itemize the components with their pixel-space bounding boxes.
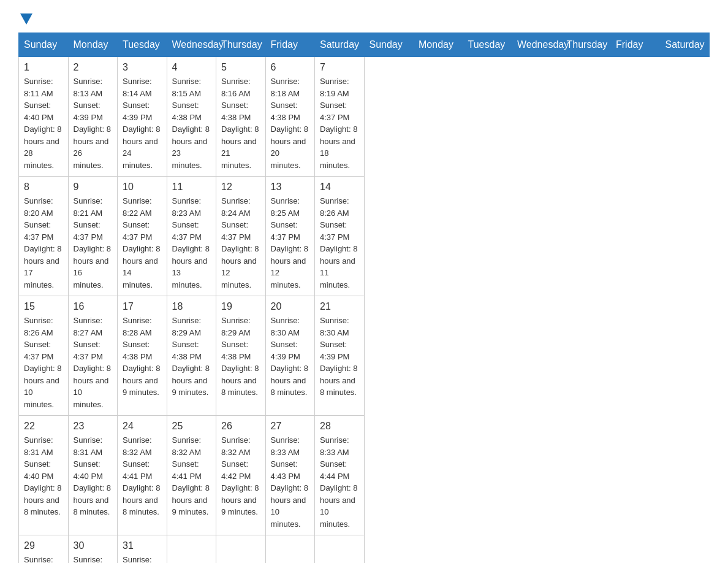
calendar-week-row: 8 Sunrise: 8:20 AMSunset: 4:37 PMDayligh… xyxy=(19,177,710,296)
day-info: Sunrise: 8:29 AMSunset: 4:38 PMDaylight:… xyxy=(221,315,260,399)
calendar-cell: 14 Sunrise: 8:26 AMSunset: 4:37 PMDaylig… xyxy=(315,177,365,296)
logo-triangle-icon xyxy=(20,13,32,25)
day-info: Sunrise: 8:15 AMSunset: 4:38 PMDaylight:… xyxy=(172,75,211,171)
day-number: 25 xyxy=(172,421,211,432)
day-number: 19 xyxy=(221,301,260,312)
day-number: 5 xyxy=(221,62,260,73)
calendar-cell xyxy=(315,535,365,564)
column-header-friday: Friday xyxy=(611,33,661,57)
day-info: Sunrise: 8:29 AMSunset: 4:38 PMDaylight:… xyxy=(172,315,211,399)
column-header-sunday: Sunday xyxy=(19,33,69,57)
calendar-cell: 4 Sunrise: 8:15 AMSunset: 4:38 PMDayligh… xyxy=(167,57,216,177)
calendar-cell: 26 Sunrise: 8:32 AMSunset: 4:42 PMDaylig… xyxy=(216,416,266,535)
calendar-cell: 21 Sunrise: 8:30 AMSunset: 4:39 PMDaylig… xyxy=(315,296,365,416)
day-number: 31 xyxy=(123,540,162,551)
day-number: 21 xyxy=(320,301,359,312)
day-info: Sunrise: 8:22 AMSunset: 4:37 PMDaylight:… xyxy=(123,195,162,291)
day-info: Sunrise: 8:24 AMSunset: 4:37 PMDaylight:… xyxy=(221,195,260,291)
day-info: Sunrise: 8:31 AMSunset: 4:40 PMDaylight:… xyxy=(74,434,113,518)
column-header-monday: Monday xyxy=(68,33,118,57)
day-info: Sunrise: 8:13 AMSunset: 4:39 PMDaylight:… xyxy=(74,75,113,171)
day-info: Sunrise: 8:32 AMSunset: 4:42 PMDaylight:… xyxy=(221,434,260,518)
day-number: 9 xyxy=(74,182,113,193)
calendar-week-row: 15 Sunrise: 8:26 AMSunset: 4:37 PMDaylig… xyxy=(19,296,710,416)
calendar-cell xyxy=(216,535,266,564)
day-info: Sunrise: 8:33 AMSunset: 4:45 PMDaylight:… xyxy=(74,554,113,563)
day-number: 28 xyxy=(320,421,359,432)
calendar-cell: 18 Sunrise: 8:29 AMSunset: 4:38 PMDaylig… xyxy=(167,296,216,416)
day-number: 16 xyxy=(74,301,113,312)
page-header xyxy=(18,12,710,20)
calendar-cell xyxy=(265,535,315,564)
calendar-week-row: 22 Sunrise: 8:31 AMSunset: 4:40 PMDaylig… xyxy=(19,416,710,535)
calendar-cell: 5 Sunrise: 8:16 AMSunset: 4:38 PMDayligh… xyxy=(216,57,266,177)
day-number: 4 xyxy=(172,62,211,73)
day-info: Sunrise: 8:25 AMSunset: 4:37 PMDaylight:… xyxy=(271,195,310,291)
day-number: 15 xyxy=(24,301,63,312)
logo xyxy=(18,12,34,20)
column-header-wednesday: Wednesday xyxy=(167,33,216,57)
day-info: Sunrise: 8:28 AMSunset: 4:38 PMDaylight:… xyxy=(123,315,162,399)
day-number: 27 xyxy=(271,421,310,432)
day-info: Sunrise: 8:19 AMSunset: 4:37 PMDaylight:… xyxy=(320,75,359,171)
column-header-monday: Monday xyxy=(414,33,463,57)
calendar-cell: 12 Sunrise: 8:24 AMSunset: 4:37 PMDaylig… xyxy=(216,177,266,296)
day-number: 24 xyxy=(123,421,162,432)
column-header-friday: Friday xyxy=(265,33,315,57)
day-number: 18 xyxy=(172,301,211,312)
day-info: Sunrise: 8:18 AMSunset: 4:38 PMDaylight:… xyxy=(271,75,310,171)
column-header-sunday: Sunday xyxy=(364,33,414,57)
calendar-cell: 27 Sunrise: 8:33 AMSunset: 4:43 PMDaylig… xyxy=(265,416,315,535)
calendar-cell: 1 Sunrise: 8:11 AMSunset: 4:40 PMDayligh… xyxy=(19,57,69,177)
day-number: 20 xyxy=(271,301,310,312)
day-number: 10 xyxy=(123,182,162,193)
day-info: Sunrise: 8:33 AMSunset: 4:44 PMDaylight:… xyxy=(320,434,359,530)
calendar-table: SundayMondayTuesdayWednesdayThursdayFrid… xyxy=(18,33,710,563)
day-number: 11 xyxy=(172,182,211,193)
day-info: Sunrise: 8:11 AMSunset: 4:40 PMDaylight:… xyxy=(24,75,63,171)
column-header-saturday: Saturday xyxy=(315,33,365,57)
day-number: 12 xyxy=(221,182,260,193)
day-number: 2 xyxy=(74,62,113,73)
calendar-cell: 30 Sunrise: 8:33 AMSunset: 4:45 PMDaylig… xyxy=(68,535,118,564)
calendar-cell: 16 Sunrise: 8:27 AMSunset: 4:37 PMDaylig… xyxy=(68,296,118,416)
day-info: Sunrise: 8:32 AMSunset: 4:41 PMDaylight:… xyxy=(172,434,211,518)
calendar-cell: 29 Sunrise: 8:33 AMSunset: 4:44 PMDaylig… xyxy=(19,535,69,564)
day-number: 29 xyxy=(24,540,63,551)
calendar-week-row: 1 Sunrise: 8:11 AMSunset: 4:40 PMDayligh… xyxy=(19,57,710,177)
day-info: Sunrise: 8:33 AMSunset: 4:43 PMDaylight:… xyxy=(271,434,310,530)
calendar-cell: 23 Sunrise: 8:31 AMSunset: 4:40 PMDaylig… xyxy=(68,416,118,535)
day-number: 8 xyxy=(24,182,63,193)
calendar-cell: 6 Sunrise: 8:18 AMSunset: 4:38 PMDayligh… xyxy=(265,57,315,177)
calendar-cell xyxy=(167,535,216,564)
column-header-thursday: Thursday xyxy=(561,33,611,57)
day-info: Sunrise: 8:33 AMSunset: 4:46 PMDaylight:… xyxy=(123,554,162,563)
day-number: 13 xyxy=(271,182,310,193)
calendar-cell: 2 Sunrise: 8:13 AMSunset: 4:39 PMDayligh… xyxy=(68,57,118,177)
calendar-cell: 8 Sunrise: 8:20 AMSunset: 4:37 PMDayligh… xyxy=(19,177,69,296)
day-number: 26 xyxy=(221,421,260,432)
column-header-tuesday: Tuesday xyxy=(118,33,167,57)
day-number: 30 xyxy=(74,540,113,551)
calendar-cell: 31 Sunrise: 8:33 AMSunset: 4:46 PMDaylig… xyxy=(118,535,167,564)
calendar-cell: 13 Sunrise: 8:25 AMSunset: 4:37 PMDaylig… xyxy=(265,177,315,296)
day-number: 14 xyxy=(320,182,359,193)
day-info: Sunrise: 8:14 AMSunset: 4:39 PMDaylight:… xyxy=(123,75,162,171)
day-number: 17 xyxy=(123,301,162,312)
calendar-cell: 19 Sunrise: 8:29 AMSunset: 4:38 PMDaylig… xyxy=(216,296,266,416)
day-number: 7 xyxy=(320,62,359,73)
day-info: Sunrise: 8:30 AMSunset: 4:39 PMDaylight:… xyxy=(271,315,310,399)
day-number: 22 xyxy=(24,421,63,432)
day-info: Sunrise: 8:27 AMSunset: 4:37 PMDaylight:… xyxy=(74,315,113,410)
calendar-cell: 9 Sunrise: 8:21 AMSunset: 4:37 PMDayligh… xyxy=(68,177,118,296)
calendar-cell: 10 Sunrise: 8:22 AMSunset: 4:37 PMDaylig… xyxy=(118,177,167,296)
day-info: Sunrise: 8:26 AMSunset: 4:37 PMDaylight:… xyxy=(24,315,63,410)
day-number: 23 xyxy=(74,421,113,432)
calendar-cell: 25 Sunrise: 8:32 AMSunset: 4:41 PMDaylig… xyxy=(167,416,216,535)
column-header-tuesday: Tuesday xyxy=(463,33,512,57)
column-header-thursday: Thursday xyxy=(216,33,266,57)
day-info: Sunrise: 8:30 AMSunset: 4:39 PMDaylight:… xyxy=(320,315,359,399)
day-number: 1 xyxy=(24,62,63,73)
day-info: Sunrise: 8:21 AMSunset: 4:37 PMDaylight:… xyxy=(74,195,113,291)
day-info: Sunrise: 8:32 AMSunset: 4:41 PMDaylight:… xyxy=(123,434,162,518)
